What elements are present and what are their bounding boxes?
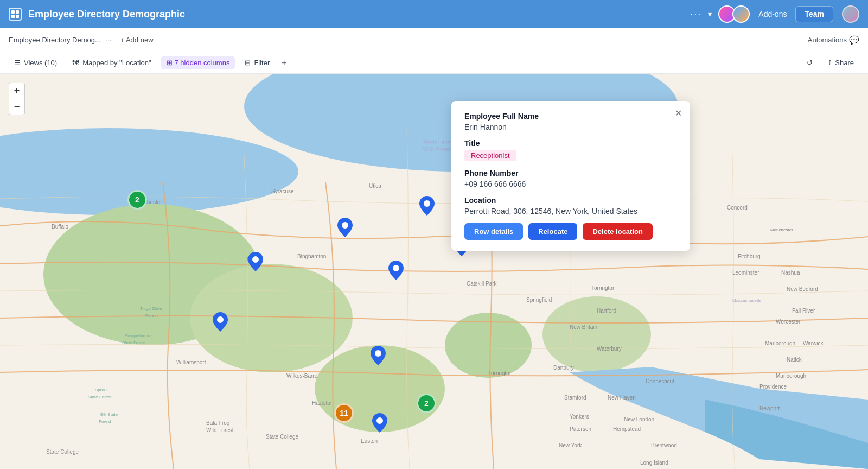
map-pin[interactable] [248,252,263,274]
refresh-icon: ↺ [807,59,813,67]
automations-button[interactable]: Automations 💬 [808,35,859,45]
user-avatar[interactable] [842,5,859,23]
map-pin[interactable] [388,261,404,282]
map-icon: 🗺 [72,59,79,67]
share-button[interactable]: ⤴ Share [822,56,859,69]
svg-text:Providence: Providence [760,384,787,390]
svg-text:Easton: Easton [361,438,378,444]
svg-text:New Haven: New Haven [608,395,636,401]
svg-text:Ferris Lake: Ferris Lake [423,140,450,145]
title-tag: Receptionist [464,150,516,161]
filter-label: Filter [254,59,270,67]
svg-point-72 [252,256,259,263]
svg-rect-0 [11,10,15,14]
svg-text:Worcester: Worcester [776,319,801,325]
svg-text:Syracuse: Syracuse [271,188,294,194]
svg-text:Long Island: Long Island [640,460,668,466]
employee-name-value: Erin Hannon [464,123,677,131]
svg-text:New London: New London [624,416,654,422]
popup-close-button[interactable]: ✕ [673,107,684,118]
svg-point-70 [424,200,430,207]
phone-label: Phone Number [464,169,677,178]
svg-text:Hartford: Hartford [597,308,616,314]
svg-text:Marlborough: Marlborough [765,340,795,346]
svg-text:Newport: Newport [760,405,780,411]
svg-text:Forest: Forest [99,419,111,424]
svg-text:Manchester: Manchester [770,227,793,232]
page-title: Employee Directory Demographic [28,9,684,20]
svg-text:Hempstead: Hempstead [613,426,641,432]
svg-rect-3 [16,15,19,18]
mapped-label: Mapped by "Location" [82,59,151,67]
toolbar: ☰ Views (10) 🗺 Mapped by "Location" ⊞ 7 … [0,52,868,74]
add-filter-button[interactable]: + [279,56,289,70]
location-value: Perrotti Road, 306, 12546, New York, Uni… [464,207,677,216]
cluster-pin[interactable]: 2 [127,190,147,210]
svg-rect-2 [11,15,15,18]
more-options-icon[interactable]: ··· [690,9,701,20]
map-pin[interactable] [371,346,386,367]
current-tab-label[interactable]: Employee Directory Demog... [9,36,101,44]
svg-text:Bala Frog: Bala Frog [206,420,229,426]
delete-location-button[interactable]: Delete location [583,223,652,240]
cluster-count: 2 [424,399,429,408]
map-pin[interactable] [213,312,228,334]
team-button[interactable]: Team [795,6,833,22]
views-button[interactable]: ☰ Views (10) [9,56,62,69]
svg-text:Danbury: Danbury [553,365,574,371]
svg-point-78 [376,417,383,424]
svg-text:Hazleton: Hazleton [312,400,333,406]
cluster-count: 11 [340,409,348,417]
cluster-count: 2 [135,195,139,204]
svg-point-77 [375,350,381,357]
employee-popup: ✕ Employee Full Name Erin Hannon Title R… [451,101,690,251]
add-new-button[interactable]: + Add new [116,34,157,46]
svg-text:State College: State College [266,434,298,440]
popup-actions: Row details Relocate Delete location [464,223,677,240]
zoom-out-button[interactable]: − [9,99,25,115]
svg-text:Susquehanna: Susquehanna [125,333,152,338]
svg-text:State College: State College [46,449,79,455]
main-header: Employee Directory Demographic ··· ▾ Add… [0,0,868,28]
map-pin[interactable] [337,218,353,239]
filter-button[interactable]: ⊟ Filter [239,56,275,69]
tab-options-icon[interactable]: ··· [105,36,112,45]
svg-text:Marlborough: Marlborough [776,373,806,379]
menu-icon: ☰ [14,59,21,67]
svg-text:Paterson: Paterson [570,426,591,432]
svg-text:Wild Forest: Wild Forest [206,427,234,433]
zoom-in-button[interactable]: + [9,83,25,99]
map-pin[interactable] [372,413,387,435]
svg-text:Connecticut: Connecticut [646,378,674,384]
mapped-by-button[interactable]: 🗺 Mapped by "Location" [67,56,156,69]
hidden-columns-button[interactable]: ⊞ 7 hidden columns [161,56,235,69]
filter-icon: ⊟ [245,59,251,67]
relocate-button[interactable]: Relocate [528,223,577,240]
map-pin[interactable] [419,196,435,218]
svg-point-76 [217,316,224,323]
svg-text:Torrington: Torrington [488,370,512,376]
add-ons-button[interactable]: Add-ons [758,10,787,18]
cluster-pin[interactable]: 2 [417,394,436,413]
row-details-button[interactable]: Row details [464,223,523,240]
svg-text:Wilkes-Barre: Wilkes-Barre [286,373,318,379]
svg-text:Yonkers: Yonkers [570,414,589,420]
chevron-down-icon[interactable]: ▾ [708,10,712,18]
avatar [732,5,750,23]
svg-text:Brentwood: Brentwood [651,442,677,448]
svg-text:State Forest: State Forest [122,340,146,345]
svg-text:Springfield: Springfield [526,297,552,303]
svg-text:State Forest: State Forest [88,395,112,400]
refresh-button[interactable]: ↺ [801,56,818,69]
cluster-pin[interactable]: 11 [334,403,354,423]
svg-text:Sproul: Sproul [95,388,107,392]
svg-text:Warwick: Warwick [803,340,824,346]
svg-text:Catskill Park: Catskill Park [467,281,497,287]
subheader: Employee Directory Demog... ··· + Add ne… [0,28,868,52]
map-container[interactable]: Buffalo Rochester Syracuse Utica Ithaca … [0,74,868,469]
svg-text:Fitchburg: Fitchburg [738,253,761,259]
svg-point-73 [393,265,399,271]
svg-text:Wild Forest: Wild Forest [423,147,451,153]
share-icon: ⤴ [828,59,832,67]
grid-icon [9,8,22,21]
